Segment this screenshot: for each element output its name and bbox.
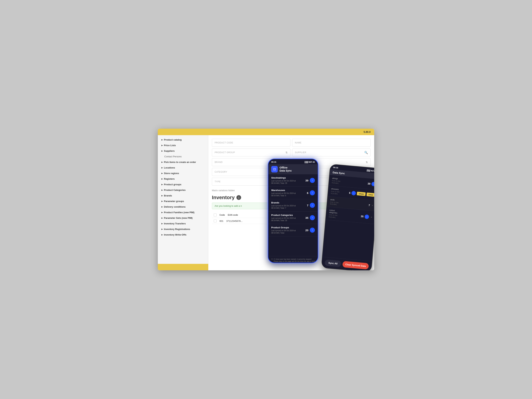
- arrow-icon: ▶: [161, 228, 163, 230]
- sidebar-item-registers[interactable]: ▶ Registers: [158, 176, 208, 182]
- sidebar-item-product-catalog[interactable]: ▶ Product catalog: [158, 137, 208, 143]
- row-ean: 37112345678...: [226, 220, 243, 222]
- sidebar-item-suppliers[interactable]: ▶ Suppliers: [158, 148, 208, 154]
- product-code-input[interactable]: PRODUCT CODE: [212, 139, 290, 147]
- back-sync-btn-1[interactable]: ↑: [371, 182, 374, 187]
- front-phone-title: OfflineData Sync: [279, 166, 292, 172]
- arrows-icon: ⇅: [366, 161, 368, 164]
- arrow-icon: ▶: [161, 161, 163, 163]
- sync-download-btn-2[interactable]: ↑: [310, 190, 315, 195]
- sidebar-item-delivery-conditions[interactable]: ▶ Delivery conditions: [158, 204, 208, 210]
- sync-item-warehouses: Warehouses Last synced on 09 Oct 2024 at…: [268, 187, 318, 199]
- footer-note: ⓘ ⓘ Once sync has been started, it canno…: [271, 258, 315, 263]
- arrow-icon: ▶: [161, 217, 163, 219]
- sync-item-stocktakings: Stocktakings Last synced on 09 Oct 2024 …: [268, 174, 318, 187]
- back-close-icon-1[interactable]: ×: [371, 204, 374, 207]
- inventory-count-badge: 1: [236, 195, 241, 200]
- back-phone-content: akings d on 11 Oct9:15 AM | 39 ↑ ehou: [323, 175, 374, 261]
- sync-item-brands: Brands Last synced on 09 Oct 2024 at08:5…: [268, 199, 318, 212]
- search-icon: 🔍: [364, 151, 368, 154]
- main-content: PRODUCT CODE NAME PRODUCT GROUP ⇅ SUPPLI…: [208, 135, 374, 270]
- sidebar-item-product-categories[interactable]: ▶ Product Categories: [158, 187, 208, 193]
- sync-download-btn-5[interactable]: ↑: [310, 228, 315, 233]
- back-clear-btn[interactable]: clear: [367, 193, 374, 197]
- col-code: Code: [220, 214, 225, 216]
- sync-download-btn-1[interactable]: ↑: [310, 178, 315, 183]
- sidebar-item-parameter-sets[interactable]: ▶ Parameter Sets (new PIM): [158, 215, 208, 221]
- row-code: 001: [220, 220, 223, 222]
- name-input[interactable]: NAME: [292, 139, 371, 147]
- arrow-icon: ▶: [161, 172, 163, 174]
- sidebar-item-pick-items[interactable]: ▶ Pick items to create an order: [158, 159, 208, 165]
- sidebar-item-parameter-groups[interactable]: ▶ Parameter groups: [158, 199, 208, 204]
- sync-item-product-categories: Product Categories Last synced on 09 Oct…: [268, 212, 318, 224]
- col-ean: EAN code: [228, 214, 238, 216]
- front-status-icons: ▐▐▐ WiFi 82: [304, 161, 315, 163]
- front-status-bar: 09:15 ▐▐▐ WiFi 82: [268, 159, 318, 164]
- inventory-title: Inventory: [212, 195, 235, 200]
- front-phone-header: ⊡ OfflineData Sync: [268, 164, 318, 174]
- sidebar-item-inventory-writeoffs[interactable]: ▶ Inventory Write-Offs: [158, 232, 208, 237]
- arrow-icon: ▶: [161, 167, 163, 169]
- sidebar-item-contact-persons[interactable]: Contact Persons: [158, 154, 208, 159]
- arrow-icon: ▶: [161, 234, 163, 236]
- sync-item-product-groups: Product Groups Last synced on 09 Oct 202…: [268, 224, 318, 237]
- back-show-btn[interactable]: show: [357, 192, 366, 196]
- arrow-icon: ▶: [161, 195, 163, 197]
- browser-window: 5.80.0 ▶ Product catalog ▶ Price Lists ▶…: [158, 129, 374, 270]
- arrow-icon: ▶: [161, 178, 163, 180]
- clear-synced-data-button[interactable]: Clear Synced Data: [342, 261, 369, 270]
- arrow-icon: ▶: [161, 183, 163, 186]
- arrow-icon: ▶: [161, 206, 163, 208]
- arrows-icon: ⇅: [285, 151, 288, 154]
- select-all-checkbox[interactable]: [214, 213, 217, 216]
- phone-back: 09:16 ▐▐▐ WiFi 82 Data Sync: [321, 164, 374, 270]
- sync-download-btn-4[interactable]: ↑: [310, 215, 315, 220]
- arrow-icon: ▶: [161, 223, 163, 224]
- sidebar: ▶ Product catalog ▶ Price Lists ▶ Suppli…: [158, 135, 208, 270]
- arrow-icon: ▶: [161, 211, 163, 213]
- sidebar-item-brands[interactable]: ▶ Brands: [158, 193, 208, 199]
- arrow-icon: ▶: [161, 200, 163, 202]
- phone-front: 09:15 ▐▐▐ WiFi 82 ⊡ OfflineData Sync: [268, 159, 318, 263]
- supplier-select[interactable]: SUPPLIER 🔍: [292, 149, 371, 156]
- app-layout: ▶ Product catalog ▶ Price Lists ▶ Suppli…: [158, 135, 374, 270]
- sidebar-item-inventory-registrations[interactable]: ▶ Inventory Registrations: [158, 226, 208, 232]
- sidebar-item-price-lists[interactable]: ▶ Price Lists: [158, 143, 208, 148]
- browser-header: 5.80.0: [158, 129, 374, 135]
- sidebar-item-store-regions[interactable]: ▶ Store regions: [158, 170, 208, 176]
- back-sync-btn-2[interactable]: ↑: [351, 191, 356, 195]
- arrow-icon: ▶: [161, 139, 163, 141]
- back-sync-btn-4[interactable]: ↑: [364, 214, 369, 219]
- arrow-icon: ▶: [161, 150, 163, 152]
- product-group-select[interactable]: PRODUCT GROUP ⇅: [212, 149, 290, 156]
- offline-sync-icon: ⊡: [271, 166, 278, 173]
- front-phone-footer: ⓘ ⓘ Once sync has been started, it canno…: [268, 256, 318, 263]
- row-checkbox[interactable]: [214, 219, 217, 222]
- sidebar-item-product-groups[interactable]: ▶ Product groups: [158, 182, 208, 187]
- sidebar-item-locations[interactable]: ▶ Locations: [158, 165, 208, 170]
- sidebar-item-product-families[interactable]: ▶ Product Families (new PIM): [158, 210, 208, 215]
- sync-all-button[interactable]: Sync All: [324, 259, 341, 267]
- arrow-icon: ▶: [161, 144, 163, 146]
- sync-download-btn-3[interactable]: ↑: [310, 203, 315, 208]
- arrow-icon: ▶: [161, 189, 163, 191]
- back-close-icon-2[interactable]: ×: [370, 216, 373, 219]
- version-badge: 5.80.0: [364, 131, 371, 133]
- sidebar-item-inventory-transfers[interactable]: ▶ Inventory Transfers: [158, 221, 208, 226]
- back-status-icons: ▐▐▐ WiFi 82: [366, 169, 374, 172]
- front-phone-content: Stocktakings Last synced on 09 Oct 2024 …: [268, 174, 318, 256]
